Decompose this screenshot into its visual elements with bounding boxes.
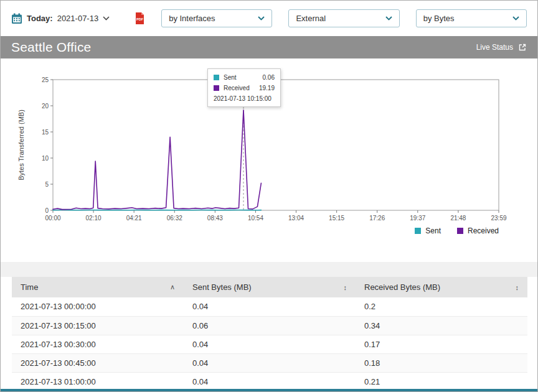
svg-text:PDF: PDF [136,17,144,21]
column-label: Sent Bytes (MB) [192,282,252,292]
table-cell: 0.04 [184,353,356,372]
chevron-down-icon [103,16,110,21]
svg-text:0: 0 [45,207,49,214]
traffic-filter-value: External [296,14,326,23]
metric-value: by Bytes [423,14,455,23]
svg-text:5: 5 [45,181,49,188]
bottom-accent-bar [1,389,537,391]
svg-text:21:48: 21:48 [450,215,466,222]
sort-asc-icon[interactable]: ∧ [170,283,175,291]
chart-section: 051015202500:0002:1004:2106:3208:4310:54… [1,58,537,262]
legend-item-sent[interactable]: Sent [415,226,441,235]
date-value: 2021-07-13 [57,14,99,23]
svg-text:Bytes Transferred (MB): Bytes Transferred (MB) [17,110,25,180]
column-label: Received Bytes (MB) [364,282,440,292]
chevron-down-icon [258,16,265,21]
svg-text:17:26: 17:26 [369,215,385,222]
metric-dropdown[interactable]: by Bytes [416,9,527,27]
chevron-down-icon [512,16,519,21]
svg-text:25: 25 [42,77,49,83]
legend-item-received[interactable]: Received [457,226,499,235]
table-cell: 2021-07-13 00:00:00 [12,297,184,316]
column-header-time[interactable]: Time∧ [12,277,184,297]
chevron-down-icon [385,16,392,21]
tooltip-timestamp: 2021-07-13 10:15:00 [214,95,275,102]
received-legend-swatch [457,228,463,234]
table-cell: 0.18 [356,353,527,372]
svg-text:00:00: 00:00 [45,215,60,222]
table-cell: 0.04 [184,297,356,316]
chart-tooltip: Sent0.06Received19.192021-07-13 10:15:00 [207,68,281,107]
sort-both-icon[interactable]: ↕ [344,284,347,291]
pdf-export-button[interactable]: PDF [134,12,145,25]
svg-text:10:54: 10:54 [248,215,263,222]
tooltip-row: Received19.19 [214,85,275,91]
tooltip-row: Sent0.06 [214,74,275,81]
table-cell: 2021-07-13 00:30:00 [12,335,184,353]
svg-text:19:37: 19:37 [410,215,425,222]
table-cell: 0.2 [356,297,527,316]
table-row: 2021-07-13 00:45:000.040.18 [12,353,527,372]
table-cell: 2021-07-13 00:15:00 [12,316,184,335]
table-cell: 0.04 [184,372,356,391]
table-header-row: Time∧Sent Bytes (MB)↕Received Bytes (MB)… [12,277,527,297]
table-row: 2021-07-13 00:30:000.040.17 [12,335,527,353]
svg-text:15: 15 [42,129,49,136]
table-cell: 0.34 [356,316,527,335]
svg-text:02:10: 02:10 [86,215,101,222]
section-divider [1,262,537,277]
table-cell: 0.04 [184,335,356,353]
table-cell: 2021-07-13 00:45:00 [12,353,184,372]
date-picker[interactable]: Today: 2021-07-13 [11,13,110,24]
traffic-table: Time∧Sent Bytes (MB)↕Received Bytes (MB)… [12,277,527,391]
svg-text:10: 10 [42,155,49,162]
received-swatch [214,85,219,91]
table-row: 2021-07-13 00:00:000.040.2 [12,297,527,316]
tooltip-series-value: 0.06 [263,74,275,81]
table-cell: 0.21 [356,372,527,391]
table-cell: 2021-07-13 01:00:00 [12,372,184,391]
column-label: Time [21,282,38,292]
external-link-icon [518,43,527,52]
sent-legend-swatch [415,228,421,234]
chart-legend: SentReceived [1,226,537,235]
svg-text:15:15: 15:15 [329,215,344,222]
legend-label: Received [468,226,499,235]
date-label: Today: [27,14,53,23]
svg-text:20: 20 [42,103,49,110]
tooltip-series-value: 19.19 [259,85,275,91]
live-status-label: Live Status [476,43,513,52]
toolbar: Today: 2021-07-13 PDF by Interfaces Exte… [1,1,537,36]
sent-swatch [214,75,219,80]
table-row: 2021-07-13 00:15:000.060.34 [12,316,527,335]
legend-label: Sent [425,226,441,235]
pdf-icon: PDF [134,12,145,25]
tooltip-series-name: Sent [224,74,237,81]
page-title: Seattle Office [11,40,91,55]
svg-text:23:59: 23:59 [491,215,506,222]
column-header-received-bytes-mb[interactable]: Received Bytes (MB)↕ [356,277,527,297]
traffic-filter-dropdown[interactable]: External [288,9,399,27]
svg-text:08:43: 08:43 [207,215,223,222]
table-row: 2021-07-13 01:00:000.040.21 [12,372,527,391]
svg-text:06:32: 06:32 [167,215,182,222]
netflow-dashboard: Today: 2021-07-13 PDF by Interfaces Exte… [0,0,538,392]
section-header: Seattle Office Live Status [1,36,537,58]
svg-text:04:21: 04:21 [126,215,142,222]
group-by-dropdown[interactable]: by Interfaces [161,9,272,27]
table-cell: 0.06 [184,316,356,335]
live-status-link[interactable]: Live Status [476,43,527,52]
sort-both-icon[interactable]: ↕ [516,284,519,291]
table-cell: 0.17 [356,335,527,353]
tooltip-series-name: Received [224,85,250,91]
column-header-sent-bytes-mb[interactable]: Sent Bytes (MB)↕ [184,277,356,297]
group-by-value: by Interfaces [169,14,215,23]
calendar-icon [11,13,22,24]
svg-text:13:04: 13:04 [288,215,304,222]
